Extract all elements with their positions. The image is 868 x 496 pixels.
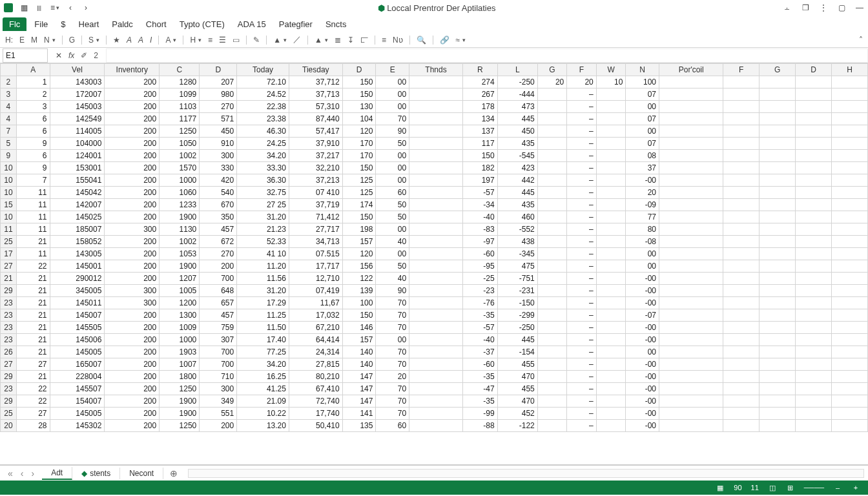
cell[interactable]: 34.20 [237, 150, 289, 162]
cell[interactable] [760, 101, 796, 113]
cell[interactable] [537, 260, 567, 273]
cell[interactable]: 11.56 [237, 273, 289, 285]
row-header[interactable]: 15 [1, 199, 17, 211]
cell[interactable] [760, 358, 796, 371]
row-header[interactable]: 23 [1, 309, 17, 322]
cell[interactable] [537, 88, 567, 101]
cell[interactable]: 11.25 [237, 309, 289, 322]
cell[interactable] [409, 223, 463, 236]
cell[interactable] [537, 101, 567, 113]
cell[interactable] [537, 162, 567, 174]
cell[interactable] [596, 223, 626, 236]
menu-currency[interactable]: $ [56, 17, 70, 31]
cell[interactable] [831, 187, 867, 199]
cell[interactable]: 475 [497, 260, 537, 273]
cell[interactable] [409, 88, 463, 101]
cell[interactable] [409, 395, 463, 408]
cell[interactable]: 156 [342, 260, 376, 273]
row-header[interactable]: 23 [1, 383, 17, 395]
cell[interactable]: 450 [200, 125, 237, 138]
cell[interactable]: 17,032 [289, 309, 342, 322]
cell[interactable]: 423 [497, 162, 537, 174]
cell[interactable]: 1300 [160, 309, 200, 322]
cell[interactable] [409, 187, 463, 199]
cell[interactable]: -00 [626, 174, 659, 187]
cell[interactable]: 270 [200, 248, 237, 260]
column-header-C[interactable]: C [160, 64, 200, 76]
cell[interactable]: 350 [200, 211, 237, 223]
cell[interactable]: 174 [342, 199, 376, 211]
cell[interactable]: -00 [626, 358, 659, 371]
cell[interactable] [796, 199, 832, 211]
row-header[interactable]: 27 [1, 260, 17, 273]
cell[interactable]: 200 [105, 236, 160, 248]
cell[interactable] [409, 174, 463, 187]
cell[interactable]: 420 [200, 174, 237, 187]
cell[interactable]: – [567, 395, 597, 408]
cell[interactable]: 910 [200, 138, 237, 150]
cell[interactable]: 435 [497, 199, 537, 211]
cell[interactable]: 200 [105, 125, 160, 138]
cell[interactable]: 207 [200, 76, 237, 88]
cell[interactable]: 700 [200, 346, 237, 358]
cell[interactable]: 300 [105, 285, 160, 297]
cell[interactable] [596, 125, 626, 138]
cell[interactable]: 37 [626, 162, 659, 174]
cell[interactable] [831, 174, 867, 187]
cell[interactable]: 21 [16, 309, 50, 322]
cell[interactable] [596, 420, 626, 432]
cell[interactable]: 1009 [160, 322, 200, 334]
sheet-tab-necont[interactable]: Necont [120, 468, 163, 479]
menu-chort[interactable]: Chort [141, 17, 172, 31]
cell[interactable] [409, 248, 463, 260]
cell[interactable]: -250 [497, 76, 537, 88]
cell[interactable]: 21 [16, 334, 50, 346]
cell[interactable] [596, 113, 626, 125]
cell[interactable]: 450 [497, 125, 537, 138]
cell[interactable]: 22 [16, 383, 50, 395]
cell[interactable] [409, 76, 463, 88]
cell[interactable] [659, 260, 723, 273]
cell[interactable] [760, 334, 796, 346]
cell[interactable] [831, 395, 867, 408]
cell[interactable]: 21 [16, 322, 50, 334]
column-header-Thn[interactable]: Thnds [409, 64, 463, 76]
cell[interactable]: 6 [16, 113, 50, 125]
cell[interactable] [831, 371, 867, 383]
cell[interactable] [760, 371, 796, 383]
cell[interactable]: 22 [16, 260, 50, 273]
cell[interactable]: – [567, 248, 597, 260]
cell[interactable]: 125 [342, 174, 376, 187]
cell[interactable]: -122 [497, 420, 537, 432]
cell[interactable]: – [567, 236, 597, 248]
cell[interactable]: 00 [626, 260, 659, 273]
cell[interactable] [723, 395, 760, 408]
cell[interactable]: 57,310 [289, 101, 342, 113]
cell[interactable]: 700 [200, 273, 237, 285]
cell[interactable]: 00 [376, 223, 409, 236]
cell[interactable] [760, 383, 796, 395]
cell[interactable] [409, 285, 463, 297]
cell[interactable]: 1000 [160, 174, 200, 187]
cell[interactable]: -00 [626, 297, 659, 309]
cell[interactable]: – [567, 371, 597, 383]
cell[interactable]: – [567, 199, 597, 211]
cell[interactable] [596, 322, 626, 334]
cell[interactable]: -07 [626, 309, 659, 322]
cell[interactable] [537, 408, 567, 420]
cell[interactable]: 457 [200, 223, 237, 236]
row-header[interactable]: 2 [1, 76, 17, 88]
cell[interactable]: 00 [376, 88, 409, 101]
cell[interactable] [659, 76, 723, 88]
cell[interactable]: 290012 [50, 273, 105, 285]
row-header[interactable]: 23 [1, 297, 17, 309]
cell[interactable]: 155041 [50, 174, 105, 187]
cell[interactable]: 145003 [50, 101, 105, 113]
cell[interactable]: 157 [342, 334, 376, 346]
cell[interactable] [596, 346, 626, 358]
row-header[interactable]: 29 [1, 371, 17, 383]
cell[interactable]: 170 [342, 138, 376, 150]
cell[interactable]: 1800 [160, 371, 200, 383]
cell[interactable]: 455 [497, 358, 537, 371]
cell[interactable]: 200 [105, 88, 160, 101]
